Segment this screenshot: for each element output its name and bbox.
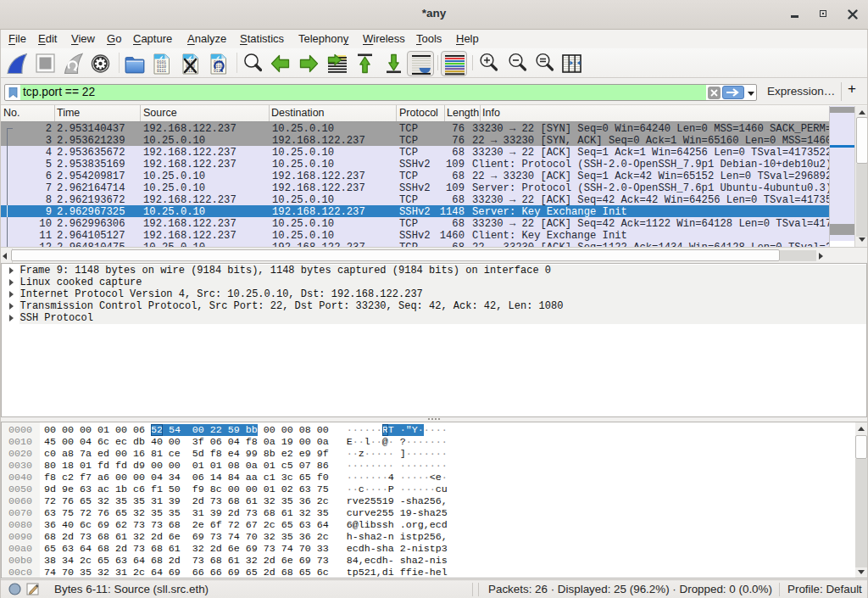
svg-text:0111: 0111 (157, 69, 166, 73)
